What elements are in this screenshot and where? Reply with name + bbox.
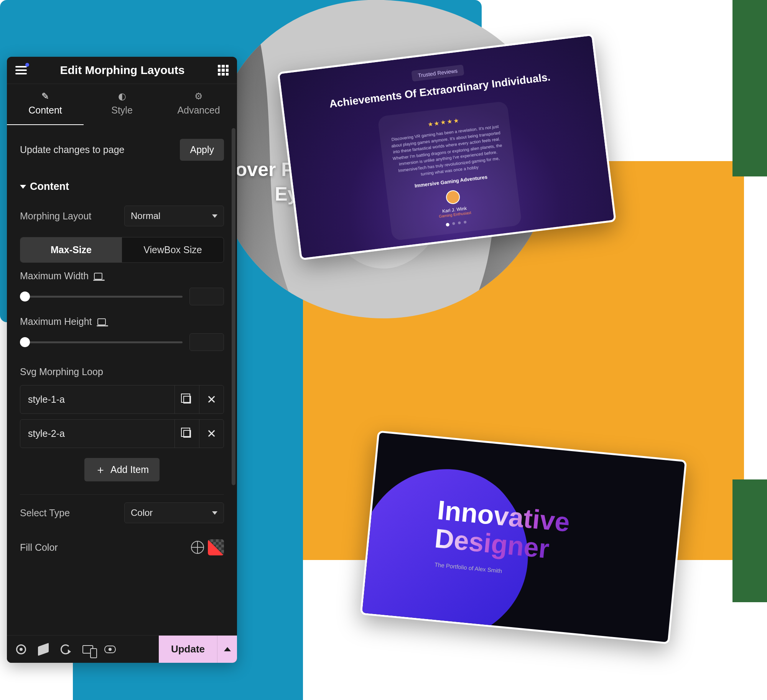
select-type-value: Color [131, 507, 153, 518]
apps-grid-icon[interactable] [218, 65, 229, 76]
footer-navigator-icon[interactable] [38, 644, 49, 655]
tab-style[interactable]: ◐ Style [84, 84, 160, 125]
avatar [445, 189, 461, 204]
slider-thumb[interactable] [20, 292, 30, 301]
footer-settings-icon[interactable] [15, 644, 27, 655]
apply-button[interactable]: Apply [180, 139, 224, 161]
plus-icon: ＋ [95, 464, 106, 475]
scrollbar[interactable] [232, 128, 235, 485]
footer-responsive-icon[interactable] [82, 644, 94, 655]
designer-card: Innovative Designer The Portfolio of Ale… [360, 430, 687, 644]
apply-row: Update changes to page Apply [7, 130, 237, 170]
max-width-input[interactable] [189, 288, 224, 305]
select-type-dropdown[interactable]: Color [124, 502, 224, 523]
loop-item-1[interactable]: style-1-a ✕ [20, 385, 224, 414]
select-type-label: Select Type [20, 507, 70, 519]
global-color-icon[interactable] [191, 541, 204, 554]
morphing-layout-row: Morphing Layout Normal [7, 198, 237, 234]
testimonial-text: Discovering VR gaming has been a revelat… [388, 123, 507, 181]
morphing-layout-value: Normal [131, 211, 160, 221]
update-options-button[interactable] [217, 636, 237, 663]
size-mode-segmented: Max-Size ViewBox Size [20, 237, 224, 263]
footer-preview-icon[interactable] [104, 644, 116, 655]
max-width-row: Maximum Width [7, 265, 237, 311]
copy-icon [183, 430, 191, 438]
testimonial-badge: Trusted Reviews [411, 64, 464, 81]
max-height-slider[interactable] [20, 341, 183, 343]
panel-title: Edit Morphing Layouts [60, 64, 185, 77]
max-width-slider[interactable] [20, 296, 183, 298]
add-item-button[interactable]: ＋ Add Item [84, 458, 160, 481]
loop-item-2-label: style-2-a [20, 420, 174, 448]
footer-history-icon[interactable] [60, 644, 71, 655]
dropdown-arrow-icon [212, 511, 217, 515]
color-swatch[interactable] [208, 539, 224, 555]
fill-color-label: Fill Color [20, 542, 58, 553]
contrast-icon: ◐ [84, 91, 160, 102]
morphing-layout-select[interactable]: Normal [124, 206, 224, 226]
loop-item-1-remove[interactable]: ✕ [199, 385, 224, 413]
gear-icon: ⚙ [160, 91, 237, 102]
update-button[interactable]: Update [159, 636, 217, 663]
close-icon: ✕ [207, 428, 216, 440]
chevron-down-icon [20, 185, 26, 189]
close-icon: ✕ [207, 394, 216, 405]
loop-item-2[interactable]: style-2-a ✕ [20, 419, 224, 448]
max-height-row: Maximum Height [7, 311, 237, 356]
max-height-label: Maximum Height [20, 316, 92, 327]
slider-thumb[interactable] [20, 337, 30, 347]
loop-item-2-remove[interactable]: ✕ [199, 420, 224, 448]
tab-advanced[interactable]: ⚙ Advanced [160, 84, 237, 125]
add-item-label: Add Item [110, 464, 149, 475]
bg-green-block-top [732, 0, 767, 176]
bg-green-block-bottom [732, 479, 767, 602]
section-content-label: Content [30, 181, 69, 193]
panel-topbar: Edit Morphing Layouts [7, 57, 237, 84]
morphing-layout-label: Morphing Layout [20, 211, 91, 222]
chevron-up-icon [224, 647, 231, 651]
editor-panel: Edit Morphing Layouts ✎ Content ◐ Style … [7, 57, 237, 663]
notification-dot-icon [25, 63, 29, 67]
testimonial-body-card: ★★★★★ Discovering VR gaming has been a r… [377, 101, 522, 241]
loop-item-2-duplicate[interactable] [174, 420, 199, 448]
menu-icon[interactable] [15, 66, 27, 74]
max-height-input[interactable] [189, 333, 224, 351]
apply-label: Update changes to page [20, 144, 124, 155]
tab-content-label: Content [28, 105, 62, 115]
max-width-label: Maximum Width [20, 270, 89, 282]
loop-item-1-label: style-1-a [20, 385, 174, 413]
section-content-head[interactable]: Content [7, 170, 237, 198]
panel-footer: Update [7, 635, 237, 663]
responsive-icon[interactable] [94, 273, 102, 280]
testimonial-card: Trusted Reviews Achievements Of Extraord… [277, 33, 616, 260]
loop-item-1-duplicate[interactable] [174, 385, 199, 413]
loop-section-label: Svg Morphing Loop [7, 356, 237, 380]
responsive-icon[interactable] [97, 318, 106, 325]
pencil-icon: ✎ [7, 91, 84, 102]
tab-advanced-label: Advanced [177, 105, 220, 115]
tab-content[interactable]: ✎ Content [7, 84, 84, 125]
copy-icon [183, 396, 191, 404]
seg-max-size[interactable]: Max-Size [20, 237, 122, 262]
dropdown-arrow-icon [212, 214, 217, 218]
fill-color-row: Fill Color [7, 531, 237, 564]
tab-style-label: Style [111, 105, 133, 115]
seg-viewbox-size[interactable]: ViewBox Size [122, 237, 224, 262]
panel-scroll-area[interactable]: Update changes to page Apply Content Mor… [7, 125, 237, 635]
select-type-row: Select Type Color [7, 495, 237, 531]
panel-tabs: ✎ Content ◐ Style ⚙ Advanced [7, 84, 237, 125]
